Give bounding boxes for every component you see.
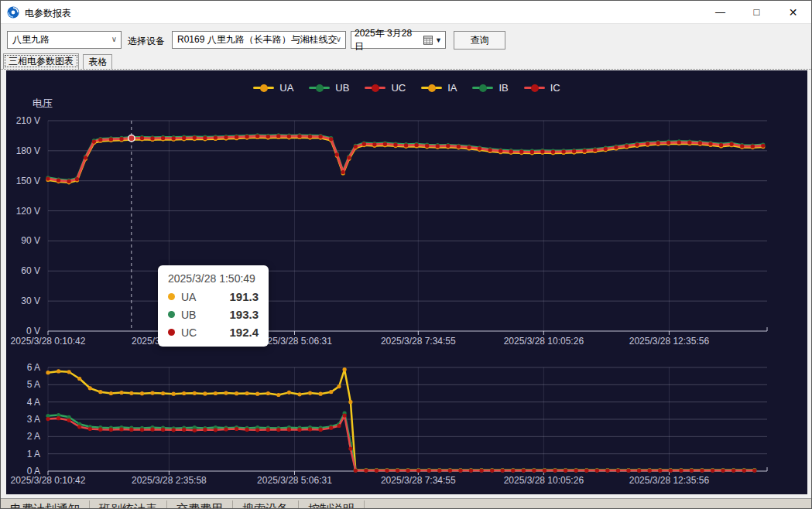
chevron-down-icon: ∨ — [336, 35, 341, 43]
tooltip-series-value: 192.4 — [229, 326, 259, 339]
tab-chart[interactable]: 三相电参数图表 — [3, 53, 79, 69]
svg-text:2025/3/28 7:34:55: 2025/3/28 7:34:55 — [381, 475, 456, 486]
svg-text:60 V: 60 V — [21, 265, 40, 276]
tooltip-dot-icon — [168, 293, 175, 300]
chevron-down-icon: ∨ — [111, 35, 117, 43]
svg-text:2025/3/28 5:06:31: 2025/3/28 5:06:31 — [257, 475, 332, 486]
tooltip-row: UC192.4 — [168, 326, 259, 339]
date-picker-value: 2025年 3月28日 — [355, 27, 417, 53]
svg-text:30 V: 30 V — [21, 295, 40, 306]
svg-text:6 A: 6 A — [27, 362, 40, 373]
background-window-tab[interactable]: 控制说明 — [299, 500, 365, 508]
tooltip-series-value: 193.3 — [229, 308, 259, 321]
legend-dot-icon — [260, 84, 268, 92]
legend-marker-icon — [524, 87, 545, 89]
device-select-value: R0169 八里九路（长丰路）与湘桂线交 — [177, 33, 337, 46]
legend-item-IC[interactable]: IC — [524, 82, 560, 94]
svg-text:2025/3/28 12:35:56: 2025/3/28 12:35:56 — [629, 475, 710, 486]
background-window-tab[interactable]: 搜索设备 — [233, 500, 299, 508]
svg-text:90 V: 90 V — [21, 235, 40, 246]
chart-tooltip: 2025/3/28 1:50:49 UA191.3UB193.3UC192.4 — [158, 265, 269, 347]
toolbar: 八里九路 ∨ 选择设备 R0169 八里九路（长丰路）与湘桂线交 ∨ 2025年… — [1, 24, 811, 53]
legend-marker-icon — [253, 87, 274, 89]
app-icon — [7, 6, 19, 19]
svg-text:1 A: 1 A — [27, 449, 40, 459]
series-IA — [46, 367, 756, 472]
series-IC — [46, 414, 756, 473]
legend-marker-icon — [421, 87, 442, 89]
legend-dot-icon — [316, 84, 324, 92]
legend-marker-icon — [309, 87, 330, 89]
tooltip-timestamp: 2025/3/28 1:50:49 — [168, 272, 259, 285]
background-window-tab[interactable]: 交费费用 — [167, 500, 233, 508]
svg-text:4 A: 4 A — [27, 397, 40, 408]
legend-label: IA — [447, 82, 457, 94]
legend-dot-icon — [428, 84, 436, 92]
tooltip-series-value: 191.3 — [229, 290, 259, 303]
svg-text:2025/3/28 10:05:26: 2025/3/28 10:05:26 — [504, 475, 584, 486]
maximize-button[interactable]: □ — [738, 1, 775, 24]
legend-label: IC — [550, 82, 560, 94]
svg-text:2 A: 2 A — [27, 431, 40, 442]
legend-marker-icon — [365, 87, 385, 89]
tooltip-row: UA191.3 — [168, 290, 259, 303]
dropdown-arrow-icon[interactable]: ▼ — [435, 36, 442, 44]
date-picker[interactable]: 2025年 3月28日 ▼ — [351, 31, 446, 49]
legend-label: IB — [499, 82, 508, 94]
device-label: 选择设备 — [128, 35, 165, 48]
axis-title: 电压 — [33, 98, 53, 109]
svg-text:2025/3/28 10:05:26: 2025/3/28 10:05:26 — [504, 336, 584, 347]
svg-text:2025/3/28 0:10:42: 2025/3/28 0:10:42 — [11, 336, 86, 347]
tabstrip: 三相电参数图表 表格 — [3, 53, 113, 69]
svg-text:2025/3/28 0:10:42: 2025/3/28 0:10:42 — [11, 475, 86, 486]
series-IB — [46, 411, 756, 472]
minimize-button[interactable]: — — [702, 1, 738, 24]
svg-text:150 V: 150 V — [16, 176, 40, 186]
svg-text:5 A: 5 A — [27, 379, 40, 390]
background-window-tab[interactable]: 电费计划通知 — [1, 500, 90, 508]
legend-item-UB[interactable]: UB — [309, 82, 349, 94]
legend-item-IA[interactable]: IA — [421, 82, 457, 94]
tooltip-series-name: UB — [181, 309, 196, 321]
svg-text:120 V: 120 V — [16, 206, 40, 217]
highlighted-point — [128, 135, 135, 142]
window-title: 电参数报表 — [25, 7, 71, 20]
tooltip-series-name: UA — [181, 291, 196, 303]
area-select-value: 八里九路 — [12, 33, 50, 46]
legend-dot-icon — [479, 84, 487, 92]
current-chart[interactable]: 0 A1 A2 A3 A4 A5 A6 A2025/3/28 0:10:4220… — [6, 357, 807, 494]
tooltip-series-name: UC — [181, 326, 197, 339]
tab-table[interactable]: 表格 — [83, 54, 112, 69]
legend-item-UC[interactable]: UC — [365, 82, 406, 94]
legend-item-UA[interactable]: UA — [253, 82, 293, 94]
tabpage: UAUBUCIAIBIC 0 V30 V60 V90 V120 V150 V18… — [1, 69, 811, 508]
background-window-strip: 电费计划通知班别统计表交费费用搜索设备控制说明 — [1, 498, 811, 508]
app-window: 电参数报表 — □ ✕ 八里九路 ∨ 选择设备 R0169 八里九路（长丰路）与… — [0, 0, 812, 509]
legend-label: UC — [391, 82, 406, 94]
voltage-chart[interactable]: 0 V30 V60 V90 V120 V150 V180 V210 V2025/… — [6, 98, 807, 357]
grid: 0 V30 V60 V90 V120 V150 V180 V210 V2025/… — [11, 115, 767, 347]
legend-dot-icon — [531, 84, 539, 92]
chart-panel: UAUBUCIAIBIC 0 V30 V60 V90 V120 V150 V18… — [6, 70, 807, 494]
query-button[interactable]: 查询 — [454, 31, 505, 50]
grid: 0 A1 A2 A3 A4 A5 A6 A2025/3/28 0:10:4220… — [11, 362, 767, 486]
svg-text:3 A: 3 A — [27, 414, 40, 425]
svg-text:180 V: 180 V — [16, 145, 40, 156]
svg-text:0 V: 0 V — [26, 326, 40, 336]
device-select[interactable]: R0169 八里九路（长丰路）与湘桂线交 ∨ — [172, 31, 346, 49]
close-button[interactable]: ✕ — [775, 1, 811, 24]
legend-label: UA — [279, 82, 293, 94]
calendar-icon — [423, 36, 433, 45]
legend-item-IB[interactable]: IB — [472, 82, 508, 94]
area-select[interactable]: 八里九路 ∨ — [7, 31, 122, 49]
chart-legend: UAUBUCIAIBIC — [6, 82, 807, 94]
background-window-tab[interactable]: 班别统计表 — [90, 500, 167, 508]
titlebar[interactable]: 电参数报表 — □ ✕ — [1, 1, 811, 24]
series-UC — [46, 134, 765, 183]
tooltip-dot-icon — [168, 311, 175, 318]
svg-text:210 V: 210 V — [16, 115, 40, 126]
svg-text:2025/3/28 7:34:55: 2025/3/28 7:34:55 — [381, 336, 456, 347]
svg-text:2025/3/28 12:35:56: 2025/3/28 12:35:56 — [629, 336, 710, 347]
svg-text:2025/3/28 2:35:58: 2025/3/28 2:35:58 — [132, 475, 207, 486]
legend-marker-icon — [472, 87, 493, 89]
